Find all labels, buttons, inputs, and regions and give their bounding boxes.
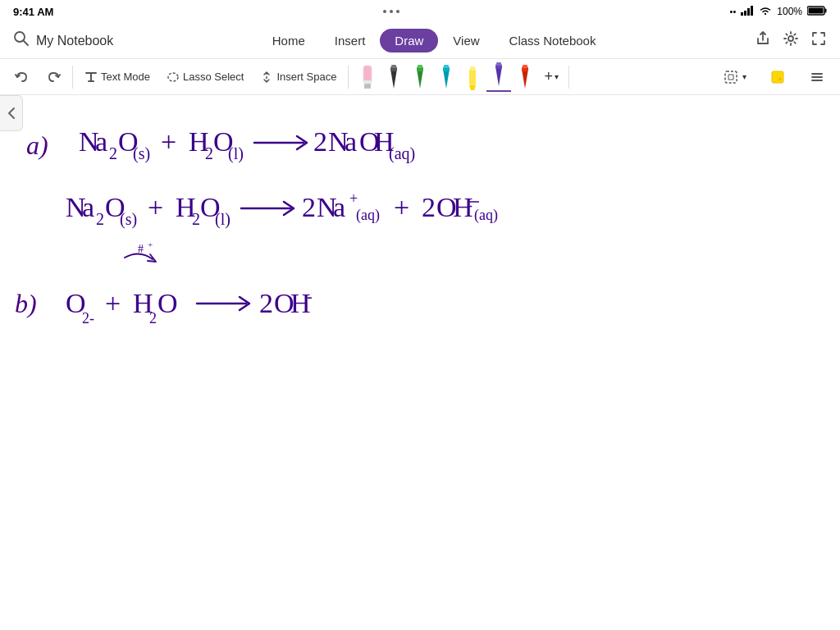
toolbar: Text Mode Lasso Select Insert Space: [0, 59, 840, 95]
svg-rect-24: [444, 65, 449, 68]
insert-space-button[interactable]: Insert Space: [252, 67, 345, 87]
svg-rect-1: [744, 11, 746, 16]
separator-1: [72, 66, 73, 89]
yellow-highlighter-tool[interactable]: [460, 62, 485, 92]
svg-text:+: +: [148, 192, 163, 222]
tab-insert[interactable]: Insert: [320, 29, 381, 52]
svg-text:+: +: [394, 192, 409, 222]
status-dot-1: [383, 10, 386, 13]
svg-point-10: [788, 36, 793, 41]
sticky-note-button[interactable]: [761, 66, 794, 89]
fullscreen-icon[interactable]: [810, 30, 827, 51]
svg-rect-35: [772, 71, 783, 83]
svg-text:(l): (l): [228, 144, 244, 163]
svg-text:2: 2: [313, 126, 327, 157]
purple-pen-tool[interactable]: [486, 62, 511, 92]
svg-rect-18: [391, 65, 396, 68]
svg-text:2: 2: [149, 310, 157, 326]
text-mode-button[interactable]: Text Mode: [76, 67, 158, 87]
insert-space-label: Insert Space: [276, 71, 336, 83]
more-options-button[interactable]: [801, 66, 833, 89]
svg-rect-33: [523, 65, 527, 68]
svg-rect-34: [725, 71, 737, 83]
svg-text:#: #: [138, 243, 144, 255]
selection-tool-button[interactable]: ▾: [714, 66, 755, 89]
svg-rect-14: [363, 80, 372, 84]
wifi-icon: [759, 4, 772, 19]
status-center: [383, 10, 399, 13]
status-bar: 9:41 AM •• 100%: [0, 0, 840, 23]
svg-line-9: [24, 41, 28, 45]
svg-text:+: +: [148, 240, 153, 249]
svg-marker-16: [390, 69, 397, 89]
carrier-icon: ••: [730, 7, 737, 16]
red-pen-tool[interactable]: [513, 62, 537, 92]
svg-text:(aq): (aq): [389, 144, 415, 163]
svg-text:2: 2: [205, 144, 213, 162]
svg-text:a: a: [345, 126, 357, 157]
search-icon[interactable]: [13, 30, 30, 51]
undo-button[interactable]: [7, 66, 38, 88]
svg-rect-3: [751, 6, 753, 16]
signal-icon: [741, 4, 754, 19]
svg-point-4: [765, 13, 766, 15]
nav-left: My Notebook: [13, 30, 113, 51]
separator-2: [348, 66, 349, 89]
sidebar-toggle[interactable]: [0, 95, 23, 131]
svg-point-8: [15, 32, 25, 42]
svg-marker-31: [522, 69, 528, 89]
svg-rect-7: [809, 8, 824, 14]
svg-text:(l): (l): [215, 210, 231, 229]
svg-text:b): b): [15, 289, 37, 318]
add-tool-button[interactable]: + ▾: [537, 65, 565, 89]
green-pen-tool[interactable]: [408, 62, 432, 92]
status-right: •• 100%: [730, 4, 827, 19]
teal-pen-tool[interactable]: [434, 62, 459, 92]
svg-point-11: [168, 73, 178, 81]
svg-marker-28: [495, 66, 502, 86]
svg-text:+: +: [161, 126, 176, 157]
lasso-select-label: Lasso Select: [183, 71, 244, 83]
svg-marker-22: [443, 69, 450, 89]
toolbar-right: ▾: [714, 66, 833, 89]
svg-text:(s): (s): [133, 144, 150, 163]
tab-draw[interactable]: Draw: [380, 29, 438, 52]
svg-text:+: +: [105, 288, 121, 318]
canvas-area[interactable]: a) N a 2 O (s) + H 2 O (l) 2 N a O H (aq…: [0, 95, 840, 630]
svg-marker-26: [469, 85, 476, 90]
share-icon[interactable]: [755, 30, 771, 51]
svg-text:2: 2: [192, 210, 200, 228]
notebook-title: My Notebook: [36, 34, 113, 48]
redo-button[interactable]: [38, 66, 69, 88]
svg-text:2: 2: [109, 144, 117, 162]
svg-rect-0: [741, 12, 743, 16]
svg-rect-21: [418, 65, 422, 68]
black-pen-tool[interactable]: [381, 62, 406, 92]
settings-icon[interactable]: [783, 30, 799, 51]
tab-view[interactable]: View: [438, 29, 494, 52]
chevron-down-icon-2: ▾: [742, 72, 746, 81]
svg-text:(aq): (aq): [474, 207, 498, 224]
svg-text:a: a: [95, 126, 107, 157]
svg-text:-: -: [307, 287, 313, 305]
svg-text:(aq): (aq): [356, 207, 380, 224]
svg-text:-: -: [468, 197, 472, 213]
svg-text:+: +: [349, 190, 358, 207]
drawing-tools: [355, 62, 537, 92]
tab-class-notebook[interactable]: Class Notebook: [495, 29, 611, 52]
svg-marker-19: [417, 69, 423, 89]
status-dot-3: [396, 10, 399, 13]
status-dot-2: [390, 10, 393, 13]
svg-text:O: O: [158, 288, 178, 318]
svg-text:2: 2: [259, 288, 273, 318]
separator-3: [568, 66, 569, 89]
lasso-select-button[interactable]: Lasso Select: [158, 67, 252, 87]
battery-icon: [807, 4, 827, 19]
nav-tabs: Home Insert Draw View Class Notebook: [258, 29, 611, 52]
svg-text:(s): (s): [120, 210, 137, 229]
svg-rect-25: [469, 69, 476, 85]
tab-home[interactable]: Home: [258, 29, 320, 52]
nav-bar: My Notebook Home Insert Draw View Class …: [0, 23, 840, 59]
svg-text:2: 2: [422, 192, 436, 222]
eraser-tool[interactable]: [355, 62, 380, 92]
